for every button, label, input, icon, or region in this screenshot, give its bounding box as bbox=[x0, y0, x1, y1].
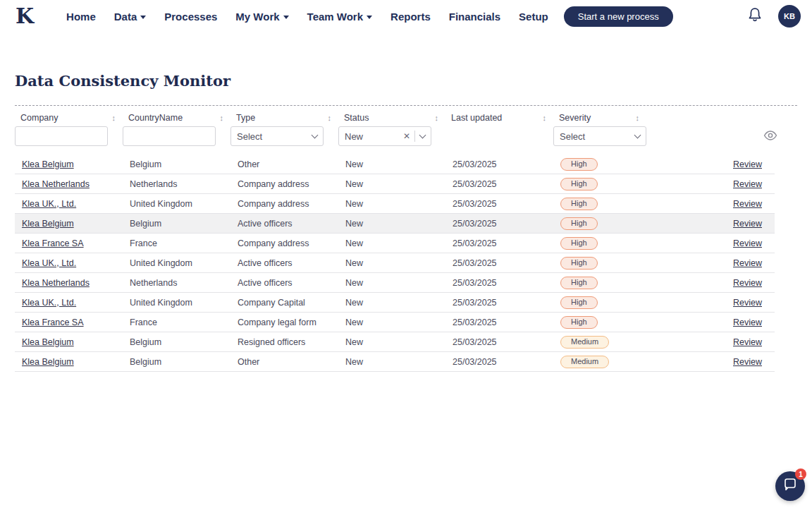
severity-filter-cell: Select bbox=[553, 126, 646, 146]
notifications-button[interactable] bbox=[747, 6, 763, 26]
review-link[interactable]: Review bbox=[733, 179, 762, 189]
nav-item-team-work[interactable]: Team Work bbox=[307, 11, 372, 23]
start-new-process-button[interactable]: Start a new process bbox=[564, 6, 673, 27]
last-updated-cell: 25/03/2025 bbox=[445, 298, 553, 308]
severity-cell: High bbox=[553, 316, 646, 329]
company-link[interactable]: Klea Netherlands bbox=[22, 179, 90, 189]
nav-item-processes[interactable]: Processes bbox=[164, 11, 217, 23]
action-cell: Review bbox=[646, 337, 775, 347]
severity-cell: High bbox=[553, 178, 646, 190]
status-cell: New bbox=[338, 357, 445, 367]
page-title: Data Consistency Monitor bbox=[15, 72, 812, 90]
nav-item-label: Setup bbox=[519, 11, 548, 23]
company-cell: Klea UK., Ltd. bbox=[15, 258, 123, 268]
nav-item-data[interactable]: Data bbox=[114, 11, 147, 23]
table-row: Klea UK., Ltd. United Kingdom Company ad… bbox=[15, 194, 775, 214]
nav-item-label: Home bbox=[66, 11, 96, 23]
review-link[interactable]: Review bbox=[733, 357, 762, 367]
nav-item-label: My Work bbox=[235, 11, 279, 23]
review-link[interactable]: Review bbox=[733, 199, 762, 209]
country-cell: United Kingdom bbox=[123, 199, 230, 209]
select-divider bbox=[414, 131, 415, 142]
company-cell: Klea Netherlands bbox=[15, 179, 123, 189]
sort-icon[interactable]: ↕ bbox=[543, 114, 547, 122]
type-cell: Active officers bbox=[230, 219, 338, 229]
review-link[interactable]: Review bbox=[733, 337, 762, 347]
table-header-row: Company ↕ CountryName ↕ Type ↕ Status ↕ … bbox=[15, 106, 797, 126]
review-link[interactable]: Review bbox=[733, 258, 762, 268]
company-cell: Klea Netherlands bbox=[15, 278, 123, 288]
type-cell: Active officers bbox=[230, 258, 338, 268]
eye-icon[interactable] bbox=[763, 131, 777, 140]
review-link[interactable]: Review bbox=[733, 219, 762, 229]
company-link[interactable]: Klea UK., Ltd. bbox=[22, 298, 76, 308]
status-cell: New bbox=[338, 238, 445, 248]
chat-widget-button[interactable]: 1 bbox=[775, 471, 805, 501]
type-filter-select[interactable]: Select bbox=[230, 126, 324, 146]
company-link[interactable]: Klea France SA bbox=[22, 318, 84, 327]
review-link[interactable]: Review bbox=[733, 318, 762, 327]
review-link[interactable]: Review bbox=[733, 298, 762, 308]
status-filter-select[interactable]: New ✕ bbox=[338, 126, 431, 146]
table-row: Klea UK., Ltd. United Kingdom Active off… bbox=[15, 253, 775, 273]
severity-cell: High bbox=[553, 158, 646, 171]
nav-item-label: Team Work bbox=[307, 11, 363, 23]
column-label: CountryName bbox=[128, 113, 183, 123]
column-header-type: Type ↕ bbox=[230, 113, 338, 123]
review-link[interactable]: Review bbox=[733, 238, 762, 248]
chevron-down-icon bbox=[634, 131, 641, 138]
severity-badge: High bbox=[560, 257, 598, 270]
severity-cell: High bbox=[553, 237, 646, 250]
nav-item-financials[interactable]: Financials bbox=[449, 11, 500, 23]
nav-item-home[interactable]: Home bbox=[66, 11, 96, 23]
country-cell: France bbox=[123, 318, 230, 327]
last-updated-cell: 25/03/2025 bbox=[445, 159, 553, 169]
severity-badge: High bbox=[560, 158, 598, 171]
country-cell: France bbox=[123, 238, 230, 248]
review-link[interactable]: Review bbox=[733, 159, 762, 169]
company-link[interactable]: Klea France SA bbox=[22, 238, 84, 248]
table-row: Klea Netherlands Netherlands Active offi… bbox=[15, 273, 775, 293]
company-filter-input[interactable] bbox=[15, 126, 108, 146]
nav-item-reports[interactable]: Reports bbox=[390, 11, 431, 23]
caret-down-icon bbox=[140, 16, 146, 19]
nav-item-setup[interactable]: Setup bbox=[519, 11, 548, 23]
action-cell: Review bbox=[646, 238, 775, 248]
severity-badge: High bbox=[560, 296, 598, 309]
severity-filter-select[interactable]: Select bbox=[553, 126, 646, 146]
status-cell: New bbox=[338, 278, 445, 288]
table-body: Klea Belgium Belgium Other New 25/03/202… bbox=[15, 155, 797, 372]
nav-item-my-work[interactable]: My Work bbox=[235, 11, 288, 23]
company-link[interactable]: Klea Belgium bbox=[22, 337, 74, 347]
status-cell: New bbox=[338, 179, 445, 189]
company-link[interactable]: Klea Belgium bbox=[22, 159, 74, 169]
app-logo[interactable]: K bbox=[16, 6, 34, 27]
clear-filter-icon[interactable]: ✕ bbox=[403, 131, 410, 141]
company-link[interactable]: Klea UK., Ltd. bbox=[22, 258, 76, 268]
company-link[interactable]: Klea Netherlands bbox=[22, 278, 90, 288]
country-filter-input[interactable] bbox=[123, 126, 216, 146]
chat-icon bbox=[783, 478, 797, 495]
status-cell: New bbox=[338, 298, 445, 308]
type-cell: Company address bbox=[230, 238, 338, 248]
avatar[interactable]: KB bbox=[778, 5, 801, 28]
sort-icon[interactable]: ↕ bbox=[328, 114, 332, 122]
severity-cell: Medium bbox=[553, 356, 646, 368]
company-link[interactable]: Klea Belgium bbox=[22, 219, 74, 229]
action-cell: Review bbox=[646, 318, 775, 327]
column-header-severity: Severity ↕ bbox=[553, 113, 646, 123]
review-link[interactable]: Review bbox=[733, 278, 762, 288]
last-updated-cell: 25/03/2025 bbox=[445, 219, 553, 229]
company-cell: Klea Belgium bbox=[15, 219, 123, 229]
country-cell: United Kingdom bbox=[123, 258, 230, 268]
type-cell: Company legal form bbox=[230, 318, 338, 327]
sort-icon[interactable]: ↕ bbox=[220, 114, 224, 122]
sort-icon[interactable]: ↕ bbox=[112, 114, 116, 122]
column-label: Status bbox=[344, 113, 369, 123]
action-cell: Review bbox=[646, 357, 775, 367]
status-cell: New bbox=[338, 337, 445, 347]
company-link[interactable]: Klea UK., Ltd. bbox=[22, 199, 76, 209]
sort-icon[interactable]: ↕ bbox=[435, 114, 439, 122]
sort-icon[interactable]: ↕ bbox=[636, 114, 640, 122]
company-link[interactable]: Klea Belgium bbox=[22, 357, 74, 367]
